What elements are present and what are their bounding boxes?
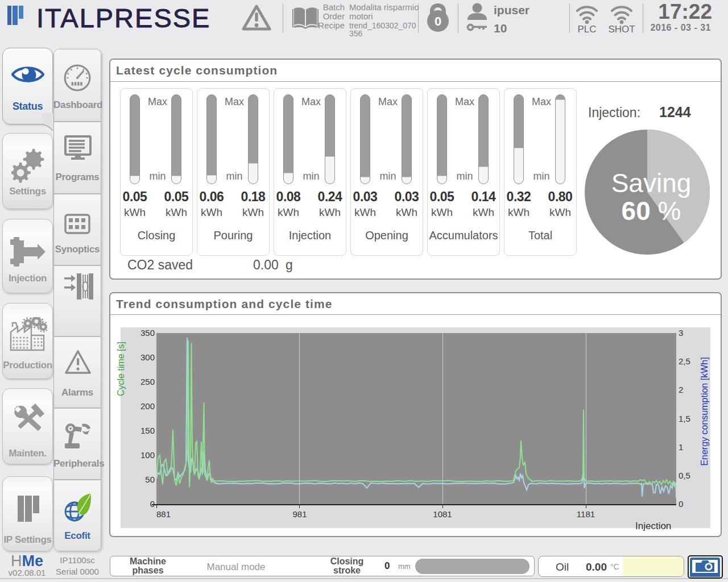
svg-text:0: 0	[435, 14, 441, 28]
